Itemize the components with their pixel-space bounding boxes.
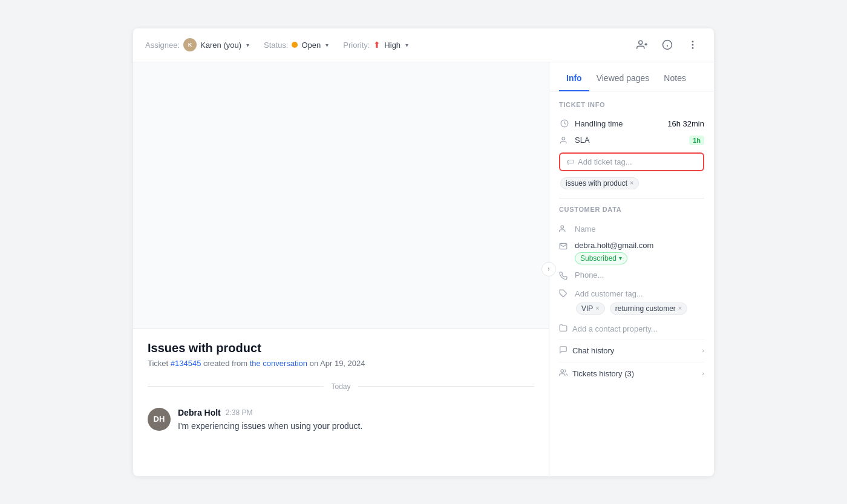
returning-tag-label: returning customer [615, 304, 676, 313]
priority-field: Priority: ⬆ High ▾ [343, 40, 408, 50]
collapse-panel-button[interactable]: › [541, 262, 556, 277]
tag-icon: 🏷 [566, 157, 574, 166]
customer-name-content: Name [575, 223, 704, 234]
svg-point-13 [561, 369, 564, 372]
svg-point-8 [692, 48, 693, 49]
handling-time-row: Handling time 16h 32min [559, 116, 704, 132]
customer-email-row: debra.holt@gmail.com Subscribed ▾ [559, 238, 704, 267]
ticket-meta-prefix: Ticket [148, 359, 168, 368]
customer-name-placeholder: Name [575, 224, 596, 234]
message-sender-row: Debra Holt 2:38 PM [178, 408, 534, 417]
priority-chevron-icon[interactable]: ▾ [405, 42, 408, 48]
assignee-label: Assignee: [145, 41, 180, 50]
assignee-field: Assignee: K Karen (you) ▾ [145, 38, 249, 51]
status-label: Status: [264, 41, 288, 50]
subscribed-chevron-icon: ▾ [619, 255, 622, 261]
customer-email-content: debra.holt@gmail.com Subscribed ▾ [575, 241, 704, 264]
tab-notes[interactable]: Notes [656, 73, 693, 91]
svg-point-11 [561, 225, 564, 228]
customer-tag-content: Add customer tag... VIP × returning cust… [575, 288, 704, 316]
user-icon [559, 224, 570, 235]
today-label: Today [331, 382, 350, 391]
assignee-avatar: K [183, 38, 197, 51]
ticket-meta-middle: created from [203, 359, 250, 368]
message-time: 2:38 PM [226, 408, 253, 417]
chat-history-row[interactable]: Chat history › [559, 339, 704, 362]
info-action-button[interactable] [658, 36, 676, 54]
tickets-history-label: Tickets history (3) [572, 369, 697, 378]
customer-data-section-title: CUSTOMER DATA [559, 206, 704, 213]
tag-chip-label: issues with product [566, 179, 627, 188]
message-area: DH Debra Holt 2:38 PM I'm experiencing i… [133, 398, 549, 442]
add-customer-tag-label[interactable]: Add customer tag... [575, 289, 643, 298]
customer-tag-vip: VIP × [576, 303, 605, 315]
ticket-number-link[interactable]: #134545 [171, 359, 201, 368]
ticket-title: Issues with product [148, 341, 534, 355]
content-area: Issues with product Ticket #134545 creat… [133, 62, 714, 476]
right-panel: Info Viewed pages Notes TICKET INFO Hand… [549, 62, 714, 476]
ticket-meta-suffix: on Apr 19, 2024 [310, 359, 365, 368]
phone-placeholder: Phone... [575, 270, 604, 280]
add-contact-property-row[interactable]: Add a contact property... [559, 319, 704, 339]
handling-time-value: 16h 32min [667, 119, 704, 128]
person-icon [559, 136, 570, 145]
top-bar-actions [633, 36, 702, 54]
vip-tag-close-button[interactable]: × [595, 305, 599, 312]
tag-chip-close-button[interactable]: × [630, 180, 633, 186]
tickets-history-chevron-icon: › [702, 370, 704, 377]
add-ticket-tag-label: Add ticket tag... [578, 157, 632, 166]
message-text: I'm experiencing issues when using your … [178, 420, 534, 433]
customer-tags-row: VIP × returning customer × [575, 301, 704, 316]
ticket-tags-row: issues with product × [559, 176, 704, 191]
svg-point-6 [692, 41, 693, 42]
customer-email: debra.holt@gmail.com [575, 241, 704, 250]
chat-icon [559, 345, 567, 356]
returning-tag-close-button[interactable]: × [678, 305, 682, 312]
add-contact-property-label: Add a contact property... [572, 324, 658, 333]
folder-icon [559, 324, 567, 334]
subscribed-badge[interactable]: Subscribed ▾ [575, 252, 627, 264]
sender-name: Debra Holt [178, 408, 221, 417]
email-icon [559, 242, 570, 252]
customer-tag-icon [559, 289, 570, 299]
divider-line-left [148, 386, 324, 387]
assignee-name: Karen (you) [200, 41, 241, 50]
status-field: Status: Open ▾ [264, 41, 329, 50]
priority-value: High [384, 41, 401, 50]
customer-tag-returning: returning customer × [610, 303, 687, 315]
priority-icon: ⬆ [373, 40, 381, 50]
sla-label: SLA [575, 136, 684, 145]
handling-time-label: Handling time [575, 119, 662, 128]
ticket-tag-chip: issues with product × [560, 177, 639, 189]
priority-label: Priority: [343, 41, 370, 50]
top-bar: Assignee: K Karen (you) ▾ Status: Open ▾… [133, 28, 714, 62]
conversation-link[interactable]: the conversation [250, 359, 307, 368]
add-ticket-tag-box[interactable]: 🏷 Add ticket tag... [559, 152, 704, 171]
message-body: Debra Holt 2:38 PM I'm experiencing issu… [178, 408, 534, 433]
person-action-button[interactable] [633, 36, 651, 54]
subscribed-label: Subscribed [580, 254, 616, 263]
sla-row: SLA 1h [559, 132, 704, 149]
customer-phone-row: Phone... [559, 267, 704, 285]
more-action-button[interactable] [684, 36, 702, 54]
divider-line-right [358, 386, 534, 387]
phone-icon [559, 272, 570, 282]
chat-history-chevron-icon: › [702, 347, 704, 354]
status-chevron-icon[interactable]: ▾ [325, 42, 329, 48]
assignee-chevron-icon[interactable]: ▾ [246, 42, 249, 48]
avatar: DH [148, 408, 171, 431]
today-divider: Today [133, 375, 549, 398]
ticket-header: Issues with product Ticket #134545 creat… [133, 329, 549, 375]
ticket-info-section-title: TICKET INFO [559, 101, 704, 108]
sla-badge: 1h [689, 136, 704, 145]
tab-info[interactable]: Info [559, 73, 589, 91]
tickets-history-row[interactable]: Tickets history (3) › [559, 362, 704, 385]
left-panel: Issues with product Ticket #134545 creat… [133, 62, 549, 476]
section-divider-1 [559, 198, 704, 198]
main-content: Issues with product Ticket #134545 creat… [133, 62, 549, 476]
svg-point-10 [562, 137, 565, 140]
tab-viewed-pages[interactable]: Viewed pages [589, 73, 657, 91]
status-dot-icon [292, 42, 298, 48]
customer-name-row: Name [559, 220, 704, 238]
chat-history-label: Chat history [572, 346, 697, 355]
